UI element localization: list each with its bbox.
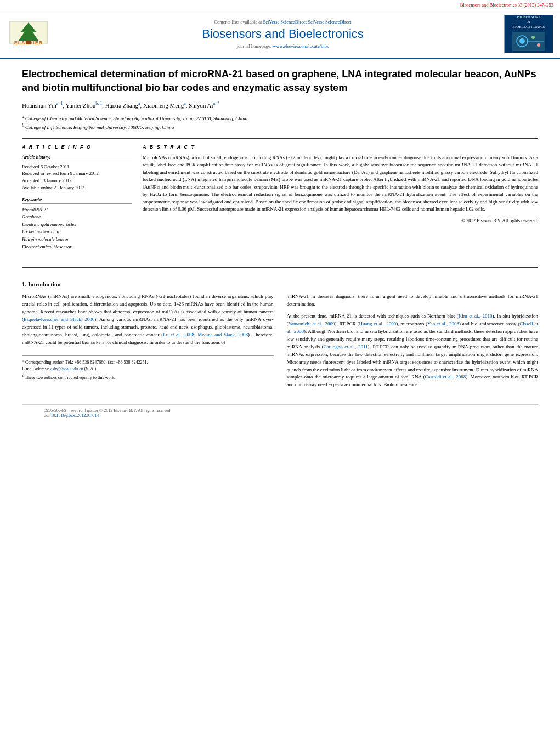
- ref-huang[interactable]: Huang et al., 2009: [359, 321, 396, 326]
- keyword-5: Hairpin molecule beacon: [22, 236, 132, 244]
- doi-label: doi:: [44, 413, 50, 418]
- affiliation-b: b College of Life Science, Beijing Norma…: [22, 122, 538, 132]
- ref-catuogno[interactable]: Catuogno et al., 2011: [324, 344, 368, 349]
- article-title: Electrochemical determination of microRN…: [22, 67, 538, 95]
- main-content: Electrochemical determination of microRN…: [0, 59, 560, 430]
- journal-logo-right: BIOSENSORS&BIOELECTRONICS: [504, 15, 553, 53]
- copyright-line: © 2012 Elsevier B.V. All rights reserved…: [143, 218, 538, 223]
- keywords-list: MicroRNA-21 Graphene Dendritic gold nano…: [22, 206, 132, 251]
- svg-point-5: [519, 38, 525, 44]
- svg-point-7: [531, 36, 535, 39]
- received-date: Received 6 October 2011: [22, 163, 132, 171]
- footnote-1: * Corresponding author. Tel.: +86 538 82…: [22, 359, 274, 366]
- author-1: Huanshun Yina, 1: [22, 102, 63, 109]
- article-info: A R T I C L E I N F O Article history: R…: [22, 144, 132, 257]
- available-date: Available online 23 January 2012: [22, 184, 132, 191]
- email-link[interactable]: ashy@sdau.edu.cn: [50, 366, 83, 371]
- doi-link[interactable]: 10.1016/j.bios.2012.01.014: [50, 413, 99, 418]
- intro-section: 1. Introduction MicroRNAs (miRNAs) are s…: [22, 281, 538, 393]
- article-history: Article history: Received 6 October 2011…: [22, 154, 132, 191]
- ref-yamamichi[interactable]: Yamamichi et al., 2009: [289, 321, 335, 326]
- homepage-url[interactable]: www.elsevier.com/locate/bios: [273, 43, 329, 49]
- footnotes: * Corresponding author. Tel.: +86 538 82…: [22, 355, 274, 382]
- body-two-col: MicroRNAs (miRNAs) are small, endogenous…: [22, 293, 538, 393]
- authors-line: Huanshun Yina, 1, Yunlei Zhoub, 1, Haixi…: [22, 100, 538, 110]
- svg-point-8: [537, 43, 540, 47]
- keyword-1: MicroRNA-21: [22, 206, 132, 214]
- issn-line: 0956-5663/$ – see front matter © 2012 El…: [44, 408, 516, 413]
- intro-p1: MicroRNAs (miRNAs) are small, endogenous…: [22, 293, 274, 347]
- sciverse-line: Contents lists available at SciVerse Sci…: [61, 19, 504, 25]
- doi-line: doi:10.1016/j.bios.2012.01.014: [44, 413, 516, 418]
- intro-col1-text: MicroRNAs (miRNAs) are small, endogenous…: [22, 293, 274, 347]
- intro-heading: 1. Introduction: [22, 281, 538, 287]
- header-center: Contents lists available at SciVerse Sci…: [61, 19, 504, 49]
- author-3: Haixia Zhanga: [105, 102, 140, 109]
- homepage-label: journal homepage:: [237, 43, 272, 49]
- intro-col2-text: miRNA-21 in diseases diagnosis, there is…: [287, 293, 539, 389]
- keyword-2: Graphene: [22, 213, 132, 221]
- footnote-2: 1 These two authors contributed equally …: [22, 373, 274, 381]
- accepted-date: Accepted 13 January 2012: [22, 177, 132, 184]
- logo-image: [512, 32, 545, 51]
- intro-p3: At the present time, miRNA-21 is detecte…: [287, 313, 539, 389]
- abstract-section: A B S T R A C T MicroRNAs (miRNAs), a ki…: [143, 144, 538, 257]
- history-label: Article history:: [22, 154, 132, 161]
- sciverse-prefix: Contents lists available at: [214, 19, 262, 25]
- abstract-heading: A B S T R A C T: [143, 144, 538, 150]
- keyword-3: Dendritic gold nanoparticles: [22, 221, 132, 229]
- sciverse-link[interactable]: SciVerse ScienceDirect: [263, 19, 307, 25]
- logo-graphic: [514, 32, 544, 51]
- journal-homepage: journal homepage: www.elsevier.com/locat…: [61, 43, 504, 49]
- ref-esquela[interactable]: Esquela-Kerscher and Slack, 2006: [24, 316, 94, 322]
- bottom-bar: 0956-5663/$ – see front matter © 2012 El…: [22, 404, 538, 421]
- ref-medina[interactable]: Medina and Slack, 2008: [197, 332, 248, 337]
- affiliation-a: a College of Chemistry and Material Scie…: [22, 114, 538, 123]
- keyword-6: Electrochemical biosensor: [22, 244, 132, 251]
- keywords-section: Keywords: MicroRNA-21 Graphene Dendritic…: [22, 197, 132, 251]
- journal-title: Biosensors and Bioelectronics: [61, 27, 504, 41]
- revised-date: Received in revised form 9 January 2012: [22, 170, 132, 177]
- journal-bar: Biosensors and Bioelectronics 33 (2012) …: [0, 0, 560, 10]
- abstract-text: MicroRNAs (miRNAs), a kind of small, end…: [143, 154, 538, 213]
- author-4: Xiaomeng Menga: [143, 102, 186, 109]
- author-5: Shiyun Aia, *: [189, 102, 219, 109]
- ref-yan[interactable]: Yan et al., 2008: [427, 321, 459, 326]
- article-meta-section: A R T I C L E I N F O Article history: R…: [22, 144, 538, 257]
- author-2: Yunlei Zhoub, 1: [66, 102, 103, 109]
- ref-lu[interactable]: Lu et al., 2008: [163, 332, 194, 337]
- footnote-email: E-mail address: ashy@sdau.edu.cn (S. Ai)…: [22, 366, 274, 373]
- svg-rect-3: [26, 41, 31, 44]
- body-col-right: miRNA-21 in diseases diagnosis, there is…: [287, 293, 539, 393]
- header-area: ELSEVIER Contents lists available at Sci…: [0, 10, 560, 59]
- ref-kim[interactable]: Kim et al., 2010: [459, 313, 493, 319]
- elsevier-logo: ELSEVIER: [7, 16, 50, 53]
- elsevier-logo-svg: ELSEVIER: [7, 16, 50, 52]
- article-info-heading: A R T I C L E I N F O: [22, 144, 132, 150]
- divider-2: [22, 267, 538, 268]
- logo-top-text: BIOSENSORS&BIOELECTRONICS: [512, 15, 545, 30]
- body-col-left: MicroRNAs (miRNAs) are small, endogenous…: [22, 293, 274, 393]
- sciverse-link-text[interactable]: SciVerse ScienceDirect: [308, 19, 352, 25]
- ref-castoldi[interactable]: Castoldi et al., 2008: [425, 374, 466, 380]
- affiliations: a College of Chemistry and Material Scie…: [22, 114, 538, 132]
- intro-heading-text: 1. Introduction: [22, 281, 61, 287]
- intro-p2: miRNA-21 in diseases diagnosis, there is…: [287, 293, 539, 308]
- keywords-label: Keywords:: [22, 197, 132, 204]
- divider-1: [22, 138, 538, 139]
- journal-citation: Biosensors and Bioelectronics 33 (2012) …: [460, 2, 553, 8]
- keyword-4: Locked nucleic acid: [22, 228, 132, 236]
